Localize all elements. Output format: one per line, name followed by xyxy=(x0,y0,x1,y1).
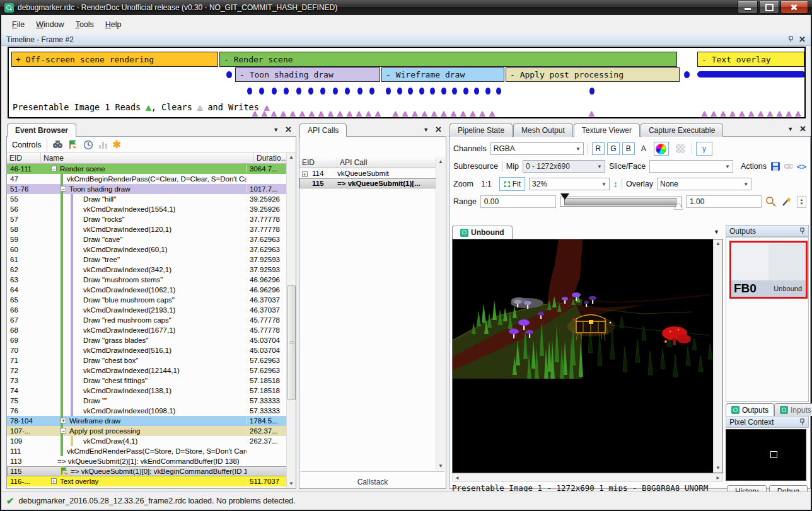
fb0-thumbnail[interactable]: FB0 Unbound xyxy=(729,241,808,299)
range-slider[interactable] xyxy=(560,197,682,207)
timeline-marker-bar[interactable]: - Toon shading draw xyxy=(235,67,380,82)
close-button[interactable] xyxy=(780,1,808,14)
fit-vertical-icon[interactable]: ↕ xyxy=(613,179,618,189)
event-dot[interactable] xyxy=(496,88,501,95)
event-row[interactable]: 68vkCmdDrawIndexed(1677,1)45.77778 xyxy=(7,325,288,335)
event-row[interactable]: 111vkCmdEndRenderPass(C=Store, D=Store, … xyxy=(7,446,288,456)
chevron-down-icon[interactable]: ▼ xyxy=(423,127,429,133)
scroll-down-icon[interactable]: ▼ xyxy=(287,479,296,488)
collapse-box-icon[interactable]: − xyxy=(61,186,66,192)
scroll-thumb[interactable] xyxy=(287,285,296,400)
chevron-down-icon[interactable]: ▼ xyxy=(273,127,279,133)
event-dot[interactable] xyxy=(369,88,374,95)
menu-window[interactable]: Window xyxy=(30,18,69,32)
event-dot[interactable] xyxy=(272,88,277,95)
event-row[interactable]: 58vkCmdDrawIndexed(120,1)37.77778 xyxy=(7,224,288,234)
event-row[interactable]: 62vkCmdDrawIndexed(342,1)37.92593 xyxy=(7,265,288,275)
scroll-up-icon[interactable]: ▲ xyxy=(287,153,296,162)
column-api-call[interactable]: API Call xyxy=(337,158,437,168)
gamma-button[interactable]: γ xyxy=(696,142,712,156)
expand-box-icon[interactable]: + xyxy=(302,171,308,177)
mip-combo[interactable]: 0 - 1272x690▼ xyxy=(523,160,605,173)
channel-r-button[interactable]: R xyxy=(592,142,605,155)
pin-icon[interactable] xyxy=(788,36,794,43)
api-scrollbar[interactable]: ▲ ▼ xyxy=(436,158,445,471)
event-dot[interactable] xyxy=(296,88,301,95)
event-dot[interactable] xyxy=(247,88,252,95)
event-row[interactable]: 69Draw "grass blades"45.03704 xyxy=(7,335,288,345)
event-row[interactable]: 116-...+Text overlay511.7037 xyxy=(7,476,288,486)
callstack-splitter[interactable] xyxy=(301,471,444,474)
event-row[interactable]: 60vkCmdDrawIndexed(60,1)37.62963 xyxy=(7,244,288,255)
event-dot[interactable] xyxy=(474,88,479,95)
column-name[interactable]: Name xyxy=(41,153,254,163)
event-dot[interactable] xyxy=(452,88,457,95)
find-event-icon[interactable] xyxy=(52,140,63,149)
event-row[interactable]: 73Draw "chest fittings"57.18518 xyxy=(7,376,288,386)
tab-mesh-output[interactable]: Mesh Output xyxy=(513,123,573,137)
close-icon[interactable]: ✕ xyxy=(435,125,442,134)
event-row[interactable]: 72vkCmdDrawIndexed(12144,1)57.62963 xyxy=(7,365,288,376)
texture-display[interactable]: ▲ ▼ xyxy=(452,239,723,473)
callstack-label[interactable]: Callstack xyxy=(299,478,446,486)
api-table-header[interactable]: EID API Call xyxy=(299,158,437,168)
autofit-range-icon[interactable] xyxy=(765,196,777,207)
timeline-marker-bar[interactable]: + Off-screen scene rendering xyxy=(11,52,218,67)
event-table-header[interactable]: EID Name Duratio... xyxy=(7,153,296,164)
timeline-event-bar[interactable] xyxy=(697,71,806,78)
event-dot[interactable] xyxy=(320,88,325,95)
overlay-combo[interactable]: None▼ xyxy=(657,178,751,190)
event-dot[interactable] xyxy=(386,88,391,95)
minimize-button[interactable] xyxy=(738,1,758,14)
tab-texture-viewer[interactable]: Texture Viewer xyxy=(574,123,640,137)
event-dot[interactable] xyxy=(463,88,468,95)
close-icon[interactable]: ✕ xyxy=(799,124,806,134)
range-white-handle[interactable] xyxy=(674,203,683,209)
save-icon[interactable] xyxy=(770,161,780,171)
event-dot[interactable] xyxy=(430,88,435,95)
range-spinner[interactable]: ▲▼ xyxy=(797,196,806,208)
event-row[interactable]: 46-111−Render scene3064.7... xyxy=(7,164,288,174)
scroll-right-icon[interactable]: ► xyxy=(714,474,722,483)
event-scrollbar[interactable]: ▲ ▼ xyxy=(286,153,296,488)
stats-icon[interactable] xyxy=(98,140,108,149)
tab-pipeline-state[interactable]: Pipeline State xyxy=(450,123,513,137)
event-row[interactable]: 61Draw "tree"37.92593 xyxy=(7,255,288,265)
menu-file[interactable]: File xyxy=(6,18,30,32)
timeline-marker-bar[interactable]: - Render scene xyxy=(219,52,677,67)
event-dot[interactable] xyxy=(345,88,350,95)
menu-tools[interactable]: Tools xyxy=(70,18,100,32)
api-row[interactable]: 114+vkQueueSubmit xyxy=(299,168,437,178)
event-dot[interactable] xyxy=(308,88,313,95)
event-row[interactable]: 56vkCmdDrawIndexed(1554,1)39.25926 xyxy=(7,204,288,214)
event-row[interactable]: 65Draw "blue mushroom caps"46.37037 xyxy=(7,295,288,305)
time-events-icon[interactable] xyxy=(83,140,93,150)
event-dot[interactable] xyxy=(408,88,413,95)
event-row[interactable]: 64vkCmdDrawIndexed(1062,1)46.96296 xyxy=(7,285,288,295)
event-dot[interactable] xyxy=(357,88,362,95)
event-row[interactable]: 78-104+Wireframe draw1784.5... xyxy=(7,416,288,426)
timeline-marker-bar[interactable]: - Text overlay xyxy=(697,52,804,67)
event-row[interactable]: 113=> vkQueueSubmit(2)[1]: vkEndCommandB… xyxy=(7,456,288,466)
channels-combo[interactable]: RGBA▼ xyxy=(490,142,584,155)
event-row[interactable]: 109vkCmdDraw(4,1)262.37... xyxy=(7,436,288,446)
maximize-button[interactable] xyxy=(759,1,779,14)
event-row[interactable]: 63Draw "mushroom stems"46.96296 xyxy=(7,275,288,285)
channel-b-button[interactable]: B xyxy=(622,142,635,155)
tab-outputs[interactable]: Outputs xyxy=(726,403,774,416)
scroll-down-icon[interactable]: ▼ xyxy=(436,462,445,471)
event-row[interactable]: 70vkCmdDrawIndexed(516,1)45.03704 xyxy=(7,345,288,355)
tab-unbound[interactable]: Unbound xyxy=(452,226,513,239)
event-dot[interactable] xyxy=(589,88,594,95)
event-dot[interactable] xyxy=(485,88,490,95)
zoom-1to1-button[interactable]: 1:1 xyxy=(477,179,496,189)
channel-g-button[interactable]: G xyxy=(607,142,620,155)
event-dot[interactable] xyxy=(397,88,402,95)
close-icon[interactable]: ✕ xyxy=(285,125,292,134)
event-row[interactable]: 71Draw "chest box"57.62963 xyxy=(7,355,288,365)
timeline-marker-bar[interactable]: - Wireframe draw xyxy=(381,67,504,82)
column-eid[interactable]: EID xyxy=(7,153,41,163)
bookmark-star-icon[interactable]: ✱ xyxy=(113,139,121,151)
event-row[interactable]: 107-...−Apply post processing262.37... xyxy=(7,426,288,436)
event-dot[interactable] xyxy=(419,88,424,95)
